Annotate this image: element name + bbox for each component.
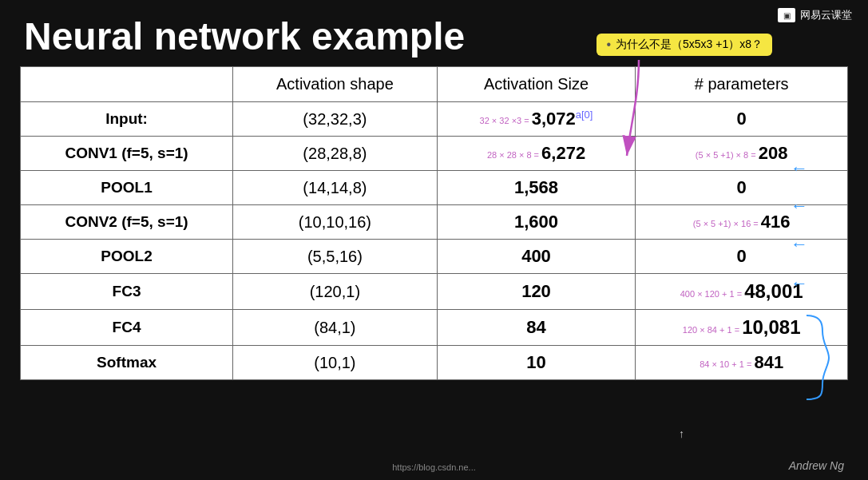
cell-size: 400	[437, 240, 636, 274]
table-row: CONV2 (f=5, s=1)(10,10,16)1,600(5 × 5 +1…	[21, 205, 848, 240]
params-value: 0	[737, 109, 747, 129]
params-value: 48,001	[744, 280, 803, 302]
cell-shape: (32,32,3)	[233, 102, 438, 137]
neural-network-table: Activation shape Activation Size # param…	[20, 66, 848, 380]
cell-size: 1,600	[437, 205, 636, 240]
cell-size: 84	[437, 310, 636, 346]
cell-layer-name: CONV1 (f=5, s=1)	[21, 137, 233, 171]
cell-params: (5 × 5 +1) × 8 = 208	[636, 137, 848, 171]
cell-layer-name: Input:	[21, 102, 233, 137]
footer-author: Andrew Ng	[789, 459, 844, 472]
cell-params: 0	[636, 171, 848, 205]
cell-size: 32 × 32 ×3 = 3,072a[0]	[437, 102, 636, 137]
logo-area: ▣ 网易云课堂	[778, 8, 852, 22]
table-container: Activation shape Activation Size # param…	[20, 66, 848, 380]
annotation-bubble: 为什么不是（5x5x3 +1）x8？	[597, 34, 772, 56]
params-value: 416	[761, 212, 791, 232]
logo-text: 网易云课堂	[800, 8, 852, 22]
size-value: 84	[526, 317, 545, 337]
size-value: 3,072	[532, 109, 576, 129]
params-value: 0	[737, 177, 747, 197]
size-annotation: 28 × 28 × 8 =	[487, 150, 541, 160]
cell-shape: (28,28,8)	[233, 137, 438, 171]
table-row: Softmax(10,1)1084 × 10 + 1 = 841	[21, 346, 848, 380]
cell-layer-name: CONV2 (f=5, s=1)	[21, 205, 233, 240]
col-header-params: # parameters	[636, 67, 848, 102]
table-row: FC3(120,1)120400 × 120 + 1 = 48,001	[21, 274, 848, 310]
cell-layer-name: FC3	[21, 274, 233, 310]
size-value: 120	[521, 281, 551, 301]
cell-shape: (10,10,16)	[233, 205, 438, 240]
logo-icon: ▣	[778, 8, 795, 22]
params-value: 10,081	[742, 316, 800, 338]
cell-layer-name: POOL1	[21, 171, 233, 205]
cell-layer-name: FC4	[21, 310, 233, 346]
params-value: 0	[737, 246, 747, 266]
cell-params: 84 × 10 + 1 = 841	[636, 346, 848, 380]
table-row: CONV1 (f=5, s=1)(28,28,8)28 × 28 × 8 = 6…	[21, 137, 848, 171]
cell-size: 120	[437, 274, 636, 310]
cell-params: 400 × 120 + 1 = 48,001	[636, 274, 848, 310]
size-value: 10	[526, 352, 545, 372]
col-header-activation-shape: Activation shape	[233, 67, 438, 102]
params-annotation: (5 × 5 +1) × 16 =	[693, 219, 761, 228]
params-annotation: 400 × 120 + 1 =	[680, 289, 744, 299]
table-header-row: Activation shape Activation Size # param…	[21, 67, 848, 102]
cell-shape: (10,1)	[233, 346, 438, 380]
cell-shape: (5,5,16)	[233, 240, 438, 274]
table-row: POOL2(5,5,16)4000	[21, 240, 848, 274]
cell-shape: (120,1)	[233, 274, 438, 310]
cell-size: 1,568	[437, 171, 636, 205]
cell-params: (5 × 5 +1) × 16 = 416	[636, 205, 848, 240]
svg-text:↑: ↑	[679, 427, 684, 440]
table-row: POOL1(14,14,8)1,5680	[21, 171, 848, 205]
col-header-activation-size: Activation Size	[437, 67, 636, 102]
table-row: FC4(84,1)84120 × 84 + 1 = 10,081	[21, 310, 848, 346]
cell-layer-name: POOL2	[21, 240, 233, 274]
params-value: 208	[759, 143, 788, 163]
size-value: 6,272	[541, 143, 585, 163]
col-header-layer	[21, 67, 233, 102]
cell-size: 28 × 28 × 8 = 6,272	[437, 137, 636, 171]
cell-shape: (14,14,8)	[233, 171, 438, 205]
cell-layer-name: Softmax	[21, 346, 233, 380]
size-superscript: a[0]	[576, 109, 593, 121]
params-annotation: 120 × 84 + 1 =	[683, 325, 742, 335]
params-annotation: 84 × 10 + 1 =	[700, 359, 754, 369]
cell-params: 0	[636, 102, 848, 137]
params-annotation: (5 × 5 +1) × 8 =	[696, 150, 759, 160]
size-value: 1,568	[514, 177, 558, 197]
table-row: Input:(32,32,3)32 × 32 ×3 = 3,072a[0]0	[21, 102, 848, 137]
size-value: 1,600	[514, 212, 558, 232]
slide: ▣ 网易云课堂 Neural network example 为什么不是（5x5…	[0, 0, 868, 480]
size-value: 400	[521, 246, 551, 266]
params-value: 841	[754, 352, 783, 372]
footer-link: https://blog.csdn.ne...	[392, 462, 476, 472]
size-annotation: 32 × 32 ×3 =	[480, 116, 532, 125]
cell-size: 10	[437, 346, 636, 380]
cell-params: 120 × 84 + 1 = 10,081	[636, 310, 848, 346]
cell-params: 0	[636, 240, 848, 274]
cell-shape: (84,1)	[233, 310, 438, 346]
